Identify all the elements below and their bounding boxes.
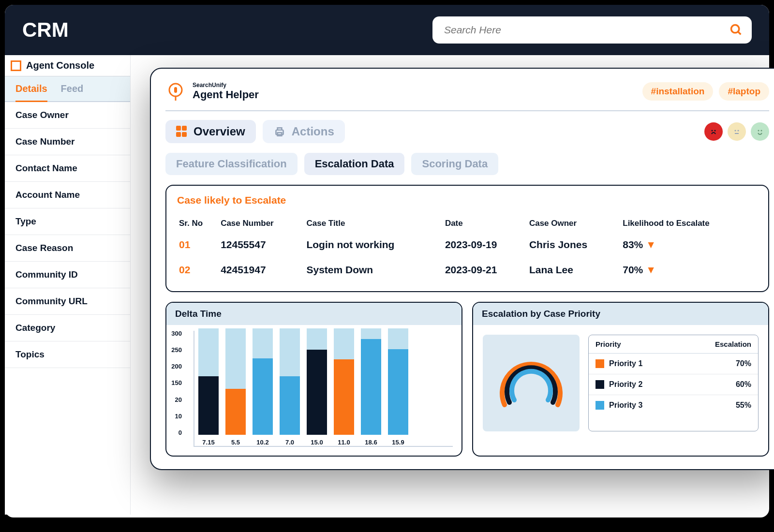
chart-title: Escalation by Case Priority (473, 303, 768, 325)
cell-date: 2023-09-21 (443, 257, 527, 282)
search-wrap (432, 16, 752, 44)
ytick: 300 (166, 330, 182, 337)
sentiment-faces (704, 122, 769, 141)
svg-point-9 (735, 130, 736, 132)
svg-point-12 (758, 130, 759, 132)
brand-small: SearchUnify (193, 82, 259, 89)
svg-point-7 (712, 130, 713, 132)
cell-title: System Down (304, 257, 443, 282)
caret-down-icon: ▼ (646, 239, 656, 250)
sidebar: Agent Console Details Feed Case Owner Ca… (5, 55, 131, 515)
subtab-details[interactable]: Details (15, 83, 47, 102)
pri-val: 55% (736, 401, 751, 410)
cell-title: Login not working (304, 232, 443, 257)
lik-val: 83% (623, 239, 643, 250)
priority-table: Priority Escalation Priority 1 70% Prior… (588, 335, 759, 431)
agent-helper-panel: SearchUnify Agent Helper #installation #… (150, 68, 774, 470)
brand-text: SearchUnify Agent Helper (193, 82, 259, 101)
field-category[interactable]: Category (5, 315, 130, 341)
th-date: Date (443, 215, 527, 232)
swatch-icon (595, 359, 604, 368)
tab-escalation-data[interactable]: Escalation Data (304, 153, 405, 175)
cell-lik[interactable]: 70%▼ (621, 257, 758, 282)
ytick: 250 (166, 346, 182, 354)
ytick: 10 (166, 413, 182, 420)
field-contact-name[interactable]: Contact Name (5, 155, 130, 182)
brand-big: Agent Helper (193, 89, 259, 101)
tab-feature-classification[interactable]: Feature Classification (165, 153, 298, 175)
ytick: 20 (166, 396, 182, 403)
cell-sr: 02 (177, 257, 219, 282)
search-icon[interactable] (729, 23, 743, 39)
caret-down-icon: ▼ (646, 264, 656, 275)
field-topics[interactable]: Topics (5, 341, 130, 368)
priority-row: Priority 3 55% (589, 395, 758, 415)
cell-owner: Chris Jones (527, 232, 621, 257)
ytick: 150 (166, 379, 182, 386)
overview-label: Overview (194, 125, 245, 138)
subtab-feed[interactable]: Feed (61, 83, 84, 94)
square-icon (11, 60, 21, 71)
lik-val: 70% (623, 264, 643, 275)
th-lik: Likelihood to Escalate (621, 215, 758, 232)
printer-icon (273, 125, 286, 138)
th-sr: Sr. No (177, 215, 219, 232)
delta-time-chart: Delta Time 300 250 200 150 20 10 0 7.155… (165, 302, 462, 457)
field-community-url[interactable]: Community URL (5, 288, 130, 315)
field-type[interactable]: Type (5, 208, 130, 235)
tab-scoring-data[interactable]: Scoring Data (411, 153, 498, 175)
searchunify-logo-icon (165, 81, 186, 102)
field-case-owner[interactable]: Case Owner (5, 102, 130, 129)
escalation-priority-chart: Escalation by Case Priority Priority Esc… (472, 302, 769, 457)
tab-actions[interactable]: Actions (263, 120, 345, 143)
bar-chart: 7.155.510.27.015.011.018.615.9 (194, 331, 453, 447)
search-input[interactable] (432, 16, 752, 44)
tag-installation[interactable]: #installation (642, 82, 714, 101)
swatch-icon (595, 401, 604, 410)
field-case-reason[interactable]: Case Reason (5, 235, 130, 262)
tab-label: Agent Console (26, 60, 94, 71)
grid-icon (176, 126, 188, 137)
face-happy-icon[interactable] (751, 122, 769, 141)
topbar: CRM (5, 5, 769, 55)
app-title: CRM (22, 18, 69, 42)
field-community-id[interactable]: Community ID (5, 262, 130, 288)
y-axis: 300 250 200 150 20 10 0 (166, 330, 185, 436)
data-tabs: Feature Classification Escalation Data S… (165, 153, 769, 175)
cell-sr: 01 (177, 232, 219, 257)
agent-console-tab[interactable]: Agent Console (5, 55, 130, 76)
panel-header: SearchUnify Agent Helper #installation #… (165, 81, 769, 111)
svg-point-8 (714, 130, 716, 132)
tag-laptop[interactable]: #laptop (719, 82, 769, 101)
cell-num: 42451947 (219, 257, 304, 282)
gauge-arc (483, 335, 580, 431)
tab-overview[interactable]: Overview (165, 120, 256, 143)
ytick: 200 (166, 363, 182, 370)
escalate-box: Case likely to Escalate Sr. No Case Numb… (165, 185, 769, 292)
svg-line-1 (738, 32, 741, 35)
priority-row: Priority 2 60% (589, 374, 758, 395)
view-tabs: Overview Actions (165, 120, 769, 143)
th-num: Case Number (219, 215, 304, 232)
pri-h1: Priority (595, 340, 715, 348)
table-row[interactable]: 02 42451947 System Down 2023-09-21 Lana … (177, 257, 758, 282)
escalate-title: Case likely to Escalate (177, 194, 758, 206)
escalate-table: Sr. No Case Number Case Title Date Case … (177, 215, 758, 282)
field-account-name[interactable]: Account Name (5, 182, 130, 208)
swatch-icon (595, 380, 604, 389)
svg-point-10 (738, 130, 739, 132)
pri-name: Priority 1 (609, 359, 736, 368)
face-neutral-icon[interactable] (728, 122, 746, 141)
cell-num: 12455547 (219, 232, 304, 257)
cell-owner: Lana Lee (527, 257, 621, 282)
pri-h2: Escalation (715, 340, 751, 348)
face-sad-icon[interactable] (704, 122, 723, 141)
pri-name: Priority 2 (609, 380, 736, 389)
svg-point-0 (731, 25, 739, 33)
field-case-number[interactable]: Case Number (5, 129, 130, 155)
th-owner: Case Owner (527, 215, 621, 232)
priority-row: Priority 1 70% (589, 354, 758, 374)
cell-lik[interactable]: 83%▼ (621, 232, 758, 257)
table-row[interactable]: 01 12455547 Login not working 2023-09-19… (177, 232, 758, 257)
svg-rect-3 (174, 87, 177, 93)
